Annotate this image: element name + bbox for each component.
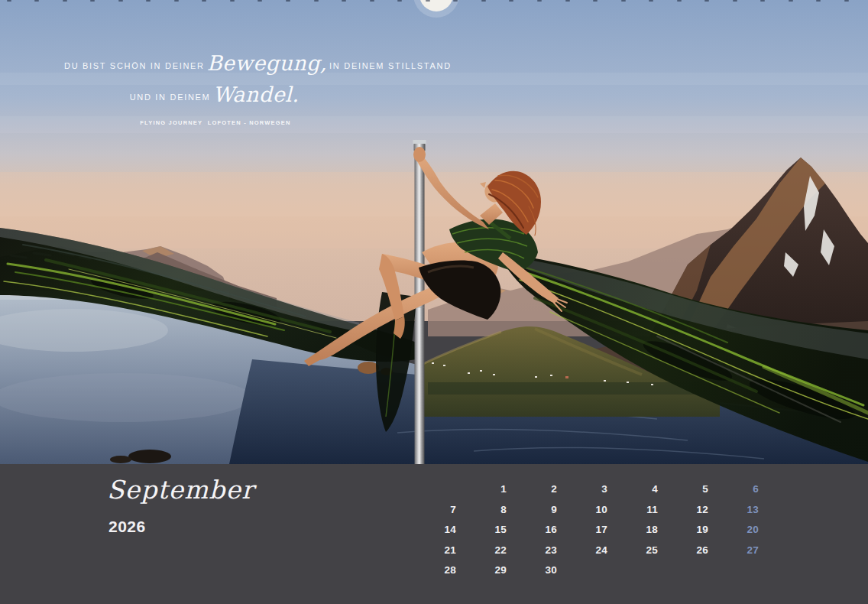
binding-tick: [202, 0, 206, 2]
date-cell: 23: [507, 541, 557, 561]
binding-tick: [34, 0, 39, 2]
foreground-rock: [128, 450, 171, 463]
binding-tick: [174, 0, 179, 2]
date-cell: [658, 560, 708, 581]
date-cell: 3: [557, 479, 607, 500]
date-cell: [557, 560, 607, 581]
binding-tick: [565, 0, 570, 2]
date-cell: 26: [658, 541, 708, 561]
photo-credit: FLYING JOURNEY LOFOTEN - NORWEGEN: [64, 119, 367, 126]
date-cell: 16: [507, 520, 557, 541]
binding-tick: [704, 0, 709, 2]
date-cell: 12: [658, 500, 708, 521]
binding-tick: [593, 0, 598, 2]
date-cell: 22: [456, 541, 507, 561]
date-cell: 15: [456, 520, 507, 541]
quote-script-word: Bewegung,: [205, 51, 329, 75]
date-cell: 29: [456, 560, 507, 581]
date-cell: 11: [607, 500, 658, 521]
date-cell: 1: [456, 479, 507, 500]
binding-marks: [0, 0, 868, 3]
binding-tick: [230, 0, 235, 2]
date-cell: 10: [557, 500, 607, 521]
date-cell: 24: [557, 541, 607, 561]
hand-on-pole: [413, 147, 426, 162]
binding-tick: [789, 0, 793, 2]
binding-tick: [453, 0, 458, 2]
binding-tick: [370, 0, 374, 2]
quote-caps: UND IN DEINEM: [130, 93, 211, 102]
quote-line-2: UND IN DEINEMWandel.: [64, 82, 367, 109]
date-cell: 28: [406, 560, 456, 581]
binding-tick: [649, 0, 653, 2]
calendar-page: DU BIST SCHÖN IN DEINERBewegung,IN DEINE…: [0, 0, 868, 604]
binding-tick: [481, 0, 486, 2]
calendar-section: September 2026 1 2 3 4 5 6 7 8 9 10 11 1…: [0, 464, 868, 604]
binding-tick: [426, 0, 430, 2]
date-cell: 14: [406, 520, 456, 541]
date-cell: 25: [607, 541, 658, 561]
binding-tick: [509, 0, 513, 2]
date-cell: 18: [607, 520, 658, 541]
binding-tick: [537, 0, 542, 2]
quote-line-1: DU BIST SCHÖN IN DEINERBewegung,IN DEINE…: [64, 50, 367, 77]
month-title: September: [107, 475, 254, 505]
binding-tick: [314, 0, 319, 2]
binding-tick: [118, 0, 123, 2]
date-cell: 7: [406, 500, 456, 521]
shore-rock: [358, 362, 379, 374]
binding-tick: [844, 0, 849, 2]
year-label: 2026: [108, 518, 146, 536]
binding-tick: [760, 0, 765, 2]
binding-tick: [146, 0, 151, 2]
date-cell: [607, 560, 658, 581]
binding-tick: [63, 0, 67, 2]
date-cell: 8: [456, 500, 507, 521]
date-cell: 2: [507, 479, 557, 500]
date-cell: 17: [557, 520, 607, 541]
date-cell: 21: [406, 541, 456, 561]
date-grid: 1 2 3 4 5 6 7 8 9 10 11 12 13 14 15 16 1…: [406, 479, 759, 581]
binding-tick: [342, 0, 346, 2]
binding-tick: [286, 0, 290, 2]
quote-script-word: Wandel.: [210, 83, 301, 106]
quote-caps: IN DEINEM STILLSTAND: [329, 61, 452, 70]
quote-block: DU BIST SCHÖN IN DEINERBewegung,IN DEINE…: [64, 50, 367, 126]
date-cell-sunday: 6: [708, 479, 759, 500]
binding-tick: [7, 0, 11, 2]
date-cell-sunday: 20: [708, 520, 759, 541]
quote-caps: DU BIST SCHÖN IN DEINER: [64, 61, 205, 70]
binding-tick: [621, 0, 626, 2]
date-cell: 19: [658, 520, 708, 541]
date-cell: 30: [507, 560, 557, 581]
binding-tick: [90, 0, 95, 2]
photo-area: DU BIST SCHÖN IN DEINERBewegung,IN DEINE…: [0, 0, 868, 464]
date-cell-sunday: 27: [708, 541, 759, 561]
binding-tick: [677, 0, 682, 2]
binding-tick: [257, 0, 262, 2]
date-cell: [406, 479, 456, 500]
date-cell: 4: [607, 479, 658, 500]
binding-tick: [816, 0, 821, 2]
binding-tick: [733, 0, 737, 2]
date-cell-sunday: 13: [708, 500, 759, 521]
date-cell-sunday: [708, 560, 759, 581]
binding-tick: [397, 0, 402, 2]
date-cell: 5: [658, 479, 708, 500]
date-cell: 9: [507, 500, 557, 521]
